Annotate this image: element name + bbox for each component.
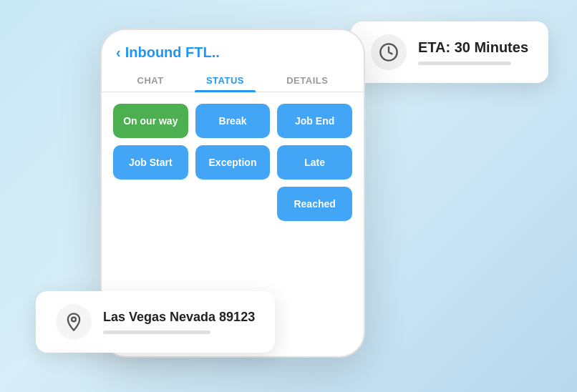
clock-icon-circle — [371, 34, 407, 70]
location-icon-circle — [56, 304, 92, 340]
svg-point-1 — [72, 318, 76, 322]
location-text-block: Las Vegas Nevada 89123 — [103, 310, 255, 334]
btn-reached[interactable]: Reached — [277, 187, 352, 221]
location-pin-icon — [64, 312, 84, 332]
tab-details[interactable]: DETAILS — [275, 69, 339, 92]
location-progress-bar — [103, 330, 210, 334]
btn-late[interactable]: Late — [277, 145, 352, 180]
tab-chat[interactable]: CHAT — [126, 69, 175, 92]
eta-card: ETA: 30 Minutes — [351, 21, 548, 83]
screen-title: Inbound FTL.. — [125, 44, 220, 61]
eta-progress-bar — [418, 62, 511, 65]
btn-exception[interactable]: Exception — [195, 145, 271, 180]
phone-header: ‹ Inbound FTL.. CHAT STATUS DETAILS — [102, 30, 364, 92]
tabs-row: CHAT STATUS DETAILS — [102, 69, 364, 92]
clock-icon — [379, 42, 399, 62]
btn-break[interactable]: Break — [195, 104, 271, 138]
btn-job-start[interactable]: Job Start — [113, 145, 188, 180]
back-row: ‹ Inbound FTL.. — [116, 44, 349, 61]
tab-status[interactable]: STATUS — [195, 69, 256, 92]
location-card: Las Vegas Nevada 89123 — [36, 291, 275, 353]
location-label: Las Vegas Nevada 89123 — [103, 310, 255, 325]
btn-on-our-way[interactable]: On our way — [113, 104, 188, 138]
eta-text-block: ETA: 30 Minutes — [418, 39, 528, 65]
back-chevron-icon[interactable]: ‹ — [116, 44, 121, 61]
eta-label: ETA: 30 Minutes — [418, 39, 528, 56]
btn-job-end[interactable]: Job End — [277, 104, 352, 138]
status-grid: On our way Break Job End Job Start Excep… — [102, 92, 364, 232]
